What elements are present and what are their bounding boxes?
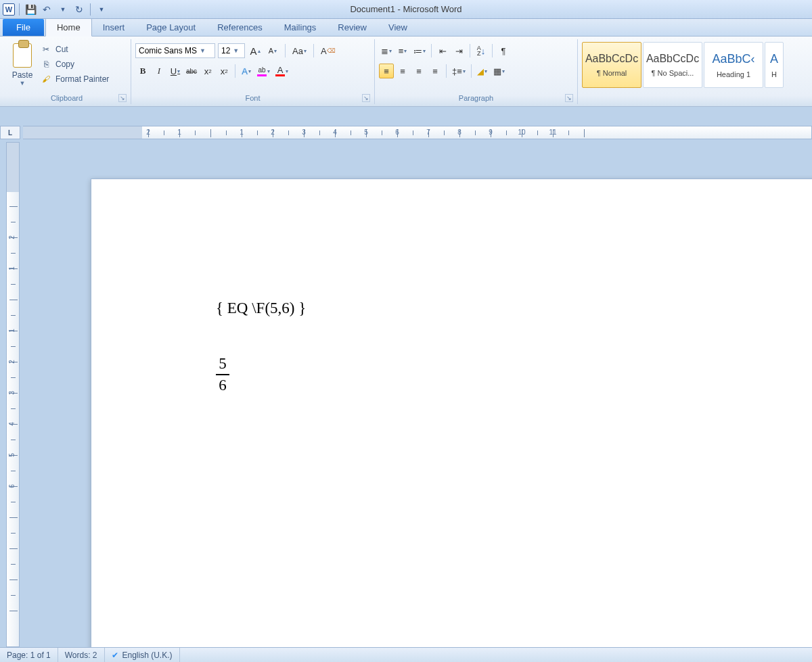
document-page[interactable]: { EQ \F(5,6) } 5 6	[91, 179, 812, 662]
word-app-icon[interactable]: W	[3, 3, 15, 16]
shading-button[interactable]: ◢▾	[475, 64, 490, 78]
sort-button[interactable]: AZ↓	[474, 43, 489, 58]
format-painter-button[interactable]: 🖌 Format Painter	[38, 72, 109, 87]
horizontal-ruler[interactable]: 211234567891011	[23, 126, 812, 139]
justify-icon: ≡	[432, 66, 438, 76]
status-language[interactable]: ✔ English (U.K.)	[105, 648, 180, 662]
copy-button[interactable]: ⎘ Copy	[38, 57, 109, 72]
tab-view[interactable]: View	[378, 19, 418, 36]
align-left-button[interactable]: ≡	[379, 64, 394, 78]
group-font: Comic Sans MS ▼ 12 ▼ A▴ A▾ Aa▾ A⌫ B I	[131, 39, 375, 104]
tab-references[interactable]: References	[206, 19, 273, 36]
field-code-text[interactable]: { EQ \F(5,6) }	[216, 300, 812, 317]
proofing-icon: ✔	[112, 651, 118, 660]
tab-selector[interactable]: L	[0, 126, 20, 139]
group-paragraph: ≣▾ ≡▾ ≔▾ ⇤ ⇥ AZ↓ ¶ ≡ ≡ ≡ ≡ ‡≡▾	[375, 39, 578, 104]
style-sample: AaBbCcDc	[585, 53, 638, 65]
style-sample: AaBbCcDc	[646, 53, 699, 65]
horizontal-ruler-row: L 211234567891011	[0, 126, 812, 139]
cut-button[interactable]: ✂ Cut	[38, 42, 109, 57]
multilevel-list-button[interactable]: ≔▾	[411, 43, 428, 58]
numbering-icon: ≡	[399, 46, 404, 56]
borders-button[interactable]: ▦▾	[491, 64, 507, 78]
status-words[interactable]: Words: 2	[58, 648, 105, 662]
style-heading-1[interactable]: AaBbC‹ Heading 1	[704, 42, 763, 88]
clipboard-launcher[interactable]: ↘	[118, 94, 127, 102]
highlight-button[interactable]: ab▾	[255, 64, 272, 78]
group-styles: AaBbCcDc ¶ Normal AaBbCcDc ¶ No Spaci...…	[578, 39, 788, 104]
font-launcher[interactable]: ↘	[362, 94, 370, 102]
qat-customize[interactable]: ▼	[95, 3, 108, 16]
undo-dropdown[interactable]: ▼	[56, 3, 70, 16]
font-color-button[interactable]: A▾	[273, 64, 290, 78]
show-marks-button[interactable]: ¶	[496, 43, 511, 58]
clear-formatting-button[interactable]: A⌫	[319, 43, 338, 58]
tab-review[interactable]: Review	[327, 19, 378, 36]
decrease-indent-button[interactable]: ⇤	[435, 43, 450, 58]
separator	[235, 64, 235, 78]
tab-mailings[interactable]: Mailings	[273, 19, 328, 36]
style-label: H	[771, 70, 777, 78]
window-title: Document1 - Microsoft Word	[0, 4, 812, 14]
tab-home[interactable]: Home	[45, 18, 92, 37]
text-effects-button[interactable]: A▾	[239, 64, 254, 78]
cut-label: Cut	[55, 45, 68, 54]
align-center-button[interactable]: ≡	[395, 64, 410, 78]
font-name-value: Comic Sans MS	[139, 46, 197, 55]
justify-button[interactable]: ≡	[428, 64, 443, 78]
line-spacing-button[interactable]: ‡≡▾	[450, 64, 468, 78]
separator	[19, 3, 20, 16]
style-label: ¶ No Spaci...	[652, 69, 694, 77]
scissors-icon: ✂	[41, 44, 51, 55]
change-case-button[interactable]: Aa▾	[290, 43, 309, 58]
status-language-label: English (U.K.)	[122, 651, 173, 660]
fraction-denominator: 6	[216, 377, 229, 394]
tab-insert[interactable]: Insert	[92, 19, 136, 36]
grow-font-button[interactable]: A▴	[248, 43, 263, 58]
fraction-numerator: 5	[216, 355, 229, 373]
separator	[471, 64, 472, 78]
italic-button[interactable]: I	[152, 64, 166, 78]
status-page[interactable]: Page: 1 of 1	[0, 648, 58, 662]
copy-label: Copy	[55, 60, 74, 69]
style-sample: AaBbC‹	[712, 52, 754, 66]
indent-icon: ⇥	[455, 46, 463, 56]
group-label: Paragraph ↘	[379, 93, 573, 103]
align-right-button[interactable]: ≡	[411, 64, 426, 78]
paste-button[interactable]: Paste ▼	[7, 39, 38, 88]
redo-button[interactable]: ↻	[72, 3, 86, 16]
separator	[492, 44, 493, 57]
align-left-icon: ≡	[384, 66, 389, 76]
strikethrough-button[interactable]: abc	[184, 64, 199, 78]
tab-page-layout[interactable]: Page Layout	[135, 19, 206, 36]
style-normal[interactable]: AaBbCcDc ¶ Normal	[582, 42, 641, 88]
increase-indent-button[interactable]: ⇥	[451, 43, 466, 58]
font-name-combo[interactable]: Comic Sans MS ▼	[135, 43, 215, 58]
eraser-icon: A	[321, 46, 327, 56]
bullets-button[interactable]: ≣▾	[379, 43, 394, 58]
style-more[interactable]: A H	[765, 42, 784, 88]
underline-button[interactable]: U▾	[168, 64, 183, 78]
bold-button[interactable]: B	[135, 64, 150, 78]
vertical-ruler[interactable]: 21123456	[6, 142, 20, 647]
separator	[470, 44, 470, 57]
fraction-result[interactable]: 5 6	[216, 355, 229, 394]
subscript-button[interactable]: x2	[200, 64, 215, 78]
bullets-icon: ≣	[381, 46, 388, 56]
multilevel-icon: ≔	[413, 46, 422, 56]
save-button[interactable]: 💾	[24, 3, 37, 16]
paste-icon	[13, 43, 32, 68]
numbering-button[interactable]: ≡▾	[395, 43, 410, 58]
font-size-combo[interactable]: 12 ▼	[218, 43, 245, 58]
superscript-button[interactable]: x2	[217, 64, 231, 78]
tab-file[interactable]: File	[3, 19, 44, 36]
group-label: Font ↘	[135, 93, 370, 103]
undo-button[interactable]: ↶	[40, 3, 53, 16]
style-sample: A	[770, 52, 778, 66]
group-label: Clipboard ↘	[7, 93, 127, 103]
separator	[446, 64, 447, 78]
paragraph-launcher[interactable]: ↘	[565, 94, 573, 102]
style-no-spacing[interactable]: AaBbCcDc ¶ No Spaci...	[643, 42, 702, 88]
shrink-font-button[interactable]: A▾	[265, 43, 280, 58]
outdent-icon: ⇤	[439, 46, 447, 56]
